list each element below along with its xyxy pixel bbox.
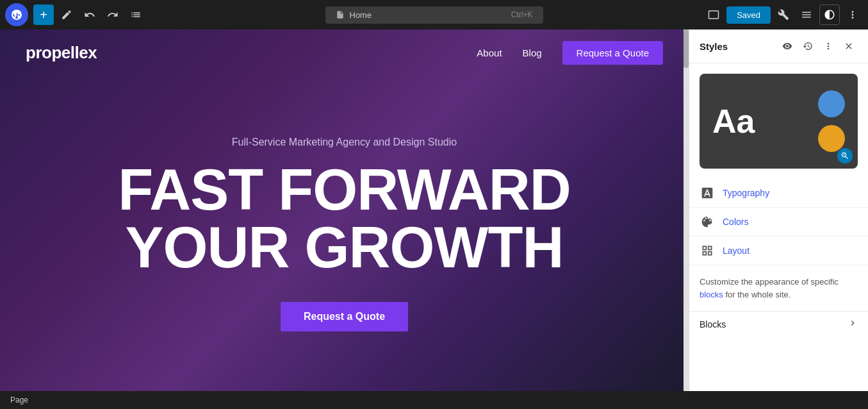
toolbar-right: Saved bbox=[703, 4, 863, 25]
style-preview-circles bbox=[818, 90, 845, 152]
style-circle-blue bbox=[818, 90, 845, 117]
styles-eye-button[interactable] bbox=[778, 37, 796, 55]
nav-blog[interactable]: Blog bbox=[523, 47, 542, 58]
view-button[interactable] bbox=[703, 4, 724, 25]
site-logo: propellex bbox=[26, 43, 97, 63]
style-preview-zoom[interactable] bbox=[837, 148, 853, 163]
hero-title-line1: FAST FORWARD bbox=[118, 158, 570, 222]
saved-button[interactable]: Saved bbox=[726, 6, 771, 24]
styles-close-button[interactable] bbox=[840, 37, 858, 55]
hero-title-line2: YOUR GROWTH bbox=[126, 215, 564, 280]
nav-about[interactable]: About bbox=[477, 47, 502, 58]
more-options-button[interactable] bbox=[842, 4, 863, 25]
colors-option[interactable]: Colors bbox=[689, 208, 868, 237]
styles-header-icons bbox=[778, 37, 858, 55]
main-area: propellex About Blog Request a Quote Ful… bbox=[0, 29, 868, 391]
styles-panel: Styles Aa bbox=[689, 29, 868, 391]
tools-button[interactable] bbox=[773, 4, 794, 25]
contrast-button[interactable] bbox=[819, 4, 840, 25]
styles-panel-title: Styles bbox=[700, 41, 773, 52]
list-view-button[interactable] bbox=[126, 4, 146, 25]
hero-cta-button[interactable]: Request a Quote bbox=[281, 302, 408, 331]
site-nav: propellex About Blog Request a Quote bbox=[0, 29, 689, 76]
nav-cta-button[interactable]: Request a Quote bbox=[562, 41, 663, 65]
edit-button[interactable] bbox=[56, 4, 77, 25]
sidebar-toggle-button[interactable] bbox=[796, 4, 817, 25]
bottom-bar: Page bbox=[0, 391, 868, 409]
colors-icon bbox=[700, 214, 715, 230]
blocks-chevron-icon bbox=[848, 318, 858, 331]
blocks-link[interactable]: blocks bbox=[700, 290, 723, 299]
address-bar-shortcut: Ctrl+K bbox=[511, 10, 533, 19]
styles-history-button[interactable] bbox=[799, 37, 817, 55]
layout-icon bbox=[700, 243, 715, 258]
nav-links: About Blog Request a Quote bbox=[477, 41, 663, 65]
hero-content: Full-Service Marketing Agency and Design… bbox=[0, 76, 689, 391]
styles-more-button[interactable] bbox=[819, 37, 837, 55]
add-block-button[interactable]: + bbox=[33, 4, 54, 25]
hero-subtitle: Full-Service Marketing Agency and Design… bbox=[232, 137, 457, 148]
typography-icon bbox=[700, 185, 715, 201]
style-preview-text: Aa bbox=[712, 104, 755, 138]
style-preview-card[interactable]: Aa bbox=[700, 74, 858, 169]
styles-panel-header: Styles bbox=[689, 29, 868, 63]
colors-label: Colors bbox=[723, 217, 748, 227]
styles-description: Customize the appearance of specific blo… bbox=[689, 265, 868, 311]
toolbar-center: Home Ctrl+K bbox=[325, 6, 543, 24]
style-circle-yellow bbox=[818, 125, 845, 152]
bottom-bar-label: Page bbox=[10, 396, 28, 405]
address-bar[interactable]: Home Ctrl+K bbox=[325, 6, 543, 24]
blocks-row[interactable]: Blocks bbox=[689, 311, 868, 337]
canvas-area: propellex About Blog Request a Quote Ful… bbox=[0, 29, 689, 391]
undo-button[interactable] bbox=[79, 4, 100, 25]
address-bar-label: Home bbox=[350, 10, 372, 20]
site-preview: propellex About Blog Request a Quote Ful… bbox=[0, 29, 689, 391]
blocks-label: Blocks bbox=[700, 319, 848, 330]
hero-title: FAST FORWARD YOUR GROWTH bbox=[118, 161, 570, 276]
wp-logo[interactable] bbox=[5, 3, 28, 26]
typography-label: Typography bbox=[723, 188, 769, 198]
toolbar: + Home Ctrl+K Saved bbox=[0, 0, 868, 29]
layout-option[interactable]: Layout bbox=[689, 237, 868, 265]
redo-button[interactable] bbox=[102, 4, 123, 25]
typography-option[interactable]: Typography bbox=[689, 179, 868, 208]
layout-label: Layout bbox=[723, 246, 749, 256]
